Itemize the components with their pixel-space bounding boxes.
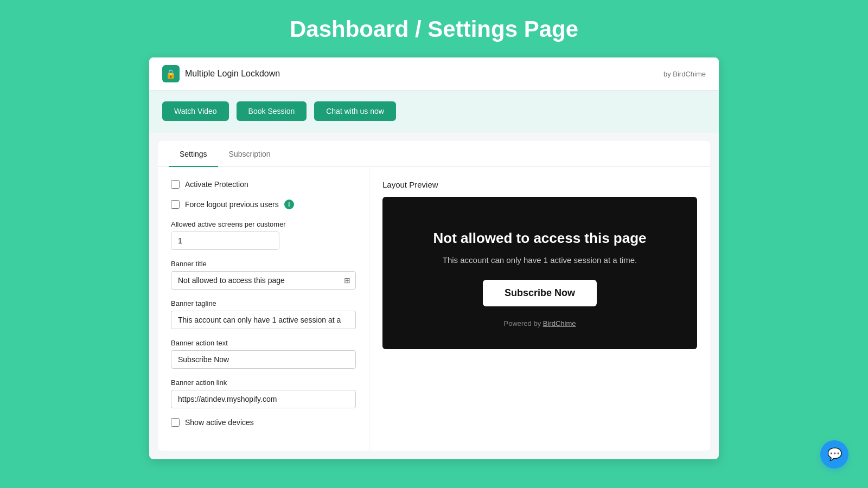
force-logout-info-icon[interactable]: i [284, 200, 294, 209]
banner-title-group: Banner title ⊞ [171, 260, 356, 290]
app-name: Multiple Login Lockdown [185, 69, 280, 79]
show-active-devices-row: Show active devices [171, 418, 356, 427]
app-header: 🔒 Multiple Login Lockdown by BirdChime [149, 57, 719, 91]
activate-protection-checkbox[interactable] [171, 180, 180, 189]
chat-with-us-button[interactable]: Chat with us now [314, 101, 396, 121]
activate-protection-row: Activate Protection [171, 180, 356, 189]
main-content: Settings Subscription Activate Protectio… [158, 141, 710, 451]
tabs: Settings Subscription [158, 141, 710, 167]
preview-powered: Powered by BirdChime [504, 319, 576, 328]
preview-box: Not allowed to access this page This acc… [382, 197, 697, 349]
show-active-devices-label: Show active devices [185, 418, 254, 427]
preview-main-title: Not allowed to access this page [433, 229, 647, 248]
preview-subtitle: This account can only have 1 active sess… [443, 255, 637, 265]
banner-title-label: Banner title [171, 260, 356, 268]
book-session-button[interactable]: Book Session [237, 101, 307, 121]
banner-title-edit-icon: ⊞ [344, 276, 350, 285]
app-container: 🔒 Multiple Login Lockdown by BirdChime W… [149, 57, 719, 459]
preview-brand-link[interactable]: BirdChime [543, 319, 576, 328]
force-logout-checkbox[interactable] [171, 200, 180, 209]
preview-subscribe-button[interactable]: Subscribe Now [483, 280, 597, 306]
banner-title-input[interactable] [171, 271, 356, 290]
watch-video-button[interactable]: Watch Video [162, 101, 229, 121]
banner-action-text-group: Banner action text [171, 339, 356, 369]
banner-tagline-input[interactable] [171, 311, 356, 329]
layout-preview-title: Layout Preview [382, 180, 697, 189]
allowed-screens-group: Allowed active screens per customer 1 ▲ … [171, 220, 356, 250]
header-by: by BirdChime [663, 70, 706, 78]
allowed-screens-input[interactable]: 1 [171, 232, 279, 249]
page-title: Dashboard / Settings Page [290, 16, 578, 42]
show-active-devices-checkbox[interactable] [171, 418, 180, 427]
app-logo-icon: 🔒 [162, 65, 180, 82]
banner-action-link-input[interactable] [171, 390, 356, 408]
allowed-screens-label: Allowed active screens per customer [171, 220, 356, 228]
banner-action-link-group: Banner action link [171, 378, 356, 408]
tab-settings[interactable]: Settings [169, 141, 218, 167]
banner-tagline-group: Banner tagline [171, 299, 356, 329]
banner-tagline-label: Banner tagline [171, 299, 356, 307]
banner-action-text-label: Banner action text [171, 339, 356, 347]
chat-icon: 💬 [827, 447, 842, 461]
allowed-screens-stepper: 1 ▲ ▼ [171, 232, 279, 250]
chat-bubble-button[interactable]: 💬 [820, 440, 848, 468]
banner-title-input-wrapper: ⊞ [171, 271, 356, 290]
banner-action-link-label: Banner action link [171, 378, 356, 387]
force-logout-label: Force logout previous users [185, 200, 279, 209]
header-left: 🔒 Multiple Login Lockdown [162, 65, 280, 82]
tab-subscription[interactable]: Subscription [218, 141, 282, 167]
settings-layout: Activate Protection Force logout previou… [158, 167, 710, 451]
banner-action-text-input[interactable] [171, 350, 356, 369]
banner-row: Watch Video Book Session Chat with us no… [149, 91, 719, 132]
settings-right-panel: Layout Preview Not allowed to access thi… [369, 167, 710, 451]
activate-protection-label: Activate Protection [185, 180, 248, 189]
settings-left-panel: Activate Protection Force logout previou… [158, 167, 369, 451]
force-logout-row: Force logout previous users i [171, 200, 356, 209]
